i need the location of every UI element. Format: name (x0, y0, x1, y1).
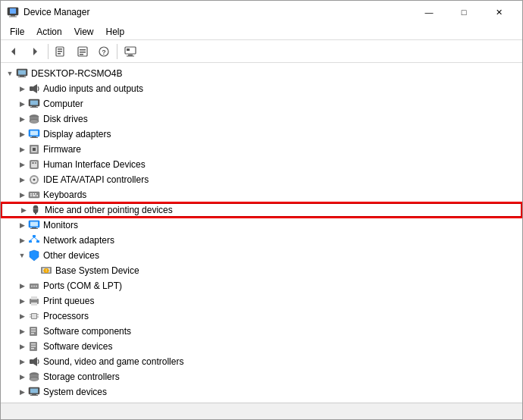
computer-expander[interactable]: ▶ (16, 98, 28, 110)
disk-icon (28, 113, 40, 125)
svg-rect-3 (9, 17, 17, 17)
tree-item-mice[interactable]: ▶ Mice and other pointing devices (1, 202, 522, 218)
menu-action[interactable]: Action (30, 25, 67, 39)
sw-devices-expander[interactable]: ▶ (16, 340, 28, 353)
sw-components-expander[interactable]: ▶ (16, 325, 28, 337)
tree-item-computer[interactable]: ▶ Computer (1, 96, 522, 111)
tree-item-ide[interactable]: ▶ IDE ATA/ATAPI controllers (1, 172, 522, 187)
maximize-button[interactable]: □ (446, 1, 481, 24)
tree-item-monitors[interactable]: ▶ Monitors (1, 218, 522, 233)
monitors-expander[interactable]: ▶ (16, 219, 28, 231)
svg-rect-89 (31, 346, 36, 347)
ports-expander[interactable]: ▶ (16, 280, 28, 292)
help-button[interactable]: ? (94, 42, 114, 61)
mice-expander[interactable]: ▶ (17, 204, 30, 216)
close-button[interactable]: ✕ (481, 1, 516, 24)
display-label: Display adapters (43, 127, 111, 142)
svg-rect-84 (31, 328, 36, 330)
back-button[interactable] (4, 42, 23, 61)
system-label: System devices (43, 384, 107, 400)
storage-expander[interactable]: ▶ (16, 371, 28, 383)
firmware-expander[interactable]: ▶ (16, 143, 28, 155)
show-hide-button[interactable] (52, 42, 71, 61)
svg-rect-53 (36, 196, 38, 197)
tree-item-network[interactable]: ▶ Network adapters (1, 233, 522, 248)
svg-line-64 (30, 237, 34, 240)
svg-rect-42 (32, 162, 34, 164)
processors-expander[interactable]: ▶ (16, 310, 28, 322)
title-bar: Device Manager — □ ✕ (1, 1, 522, 24)
sw-devices-label: Software devices (43, 339, 112, 354)
tree-item-other[interactable]: ▼ Other devices (1, 248, 522, 263)
tree-root[interactable]: ▼ DESKTOP-RCSMO4B (1, 66, 522, 81)
tree-item-hid[interactable]: ▶ Human Interface Devices (1, 157, 522, 172)
svg-rect-19 (127, 55, 134, 56)
svg-rect-17 (127, 49, 130, 51)
svg-text:?: ? (102, 49, 106, 56)
mice-label: Mice and other pointing devices (45, 202, 173, 218)
tree-item-print[interactable]: ▶ Print queues (1, 293, 522, 309)
svg-rect-35 (32, 136, 36, 137)
menu-view[interactable]: View (68, 25, 100, 39)
hid-expander[interactable]: ▶ (16, 158, 28, 171)
update-button[interactable] (121, 42, 140, 61)
disk-expander[interactable]: ▶ (16, 113, 28, 125)
tree-item-system[interactable]: ▶ System devices (1, 384, 522, 400)
tree-item-display[interactable]: ▶ Display adapters (1, 127, 522, 142)
processors-icon (28, 310, 40, 322)
svg-rect-59 (32, 227, 36, 228)
forward-button[interactable] (25, 42, 45, 61)
minimize-button[interactable]: — (412, 1, 446, 24)
network-expander[interactable]: ▶ (16, 234, 28, 246)
other-expander[interactable]: ▼ (16, 249, 28, 262)
system-expander[interactable]: ▶ (16, 386, 28, 398)
root-expander[interactable]: ▼ (4, 67, 16, 80)
svg-rect-11 (80, 49, 86, 51)
display-icon (28, 128, 40, 140)
svg-rect-29 (30, 107, 38, 108)
tree-item-sw-devices[interactable]: ▶ Software devices (1, 339, 522, 354)
tree-item-ports[interactable]: ▶ Ports (COM & LPT) (1, 278, 522, 293)
tree-item-processors[interactable]: ▶ Processors (1, 309, 522, 324)
svg-point-71 (31, 286, 33, 287)
tree-item-audio[interactable]: ▶ Audio inputs and outputs (1, 81, 522, 96)
svg-marker-25 (33, 84, 37, 93)
tree-item-sound[interactable]: ▶ Sound, video and game controllers (1, 354, 522, 369)
display-expander[interactable]: ▶ (16, 128, 28, 140)
tree-item-storage[interactable]: ▶ Storage controllers (1, 369, 522, 384)
tree-item-sw-components[interactable]: ▶ Software components (1, 324, 522, 339)
audio-expander[interactable]: ▶ (16, 83, 28, 95)
tree-item-keyboard[interactable]: ▶ Keyboards (1, 187, 522, 202)
computer-icon (16, 67, 28, 80)
tree-item-disk[interactable]: ▶ Disk drives (1, 111, 522, 127)
tree-item-firmware[interactable]: ▶ Firmware (1, 142, 522, 157)
tree-panel[interactable]: ▼ DESKTOP-RCSMO4B ▶ (1, 63, 522, 403)
svg-rect-51 (30, 196, 32, 197)
content-area: ▼ DESKTOP-RCSMO4B ▶ (1, 63, 522, 403)
sound-expander[interactable]: ▶ (16, 356, 28, 368)
monitors-label: Monitors (43, 218, 78, 233)
svg-rect-78 (32, 314, 36, 318)
ports-icon (28, 280, 40, 292)
window-title: Device Manager (23, 7, 412, 17)
base-system-label: Base System Device (55, 263, 139, 278)
svg-rect-97 (30, 389, 38, 393)
menu-file[interactable]: File (4, 25, 30, 39)
ide-expander[interactable]: ▶ (16, 174, 28, 186)
menu-help[interactable]: Help (100, 25, 131, 39)
ports-label: Ports (COM & LPT) (43, 278, 122, 293)
svg-rect-1 (10, 8, 16, 14)
svg-marker-5 (33, 48, 37, 55)
other-label: Other devices (43, 248, 99, 263)
svg-rect-56 (35, 212, 36, 215)
properties-button[interactable] (73, 42, 92, 61)
network-label: Network adapters (43, 233, 114, 248)
sw-devices-icon (28, 340, 40, 353)
svg-rect-27 (30, 101, 38, 105)
window-icon (7, 6, 19, 18)
sw-components-label: Software components (43, 324, 131, 339)
keyboard-expander[interactable]: ▶ (16, 189, 28, 201)
svg-rect-7 (58, 49, 62, 50)
print-expander[interactable]: ▶ (16, 295, 28, 307)
tree-item-base-system[interactable]: ▶ ! Base System Device (1, 263, 522, 278)
